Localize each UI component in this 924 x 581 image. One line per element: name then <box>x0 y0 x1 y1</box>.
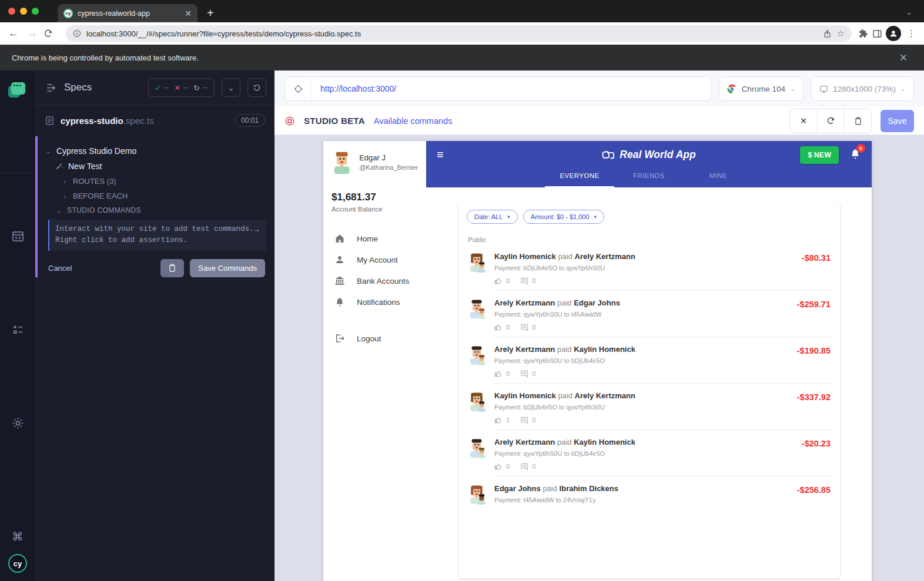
sidebar-item-notifications[interactable]: Notifications <box>332 291 418 313</box>
receiver-name[interactable]: Ibrahim Dickens <box>560 484 618 493</box>
like-icon[interactable] <box>494 277 503 285</box>
sidebar-item-my-account[interactable]: My Account <box>332 249 418 270</box>
extensions-puzzle-icon[interactable] <box>859 29 869 39</box>
copy-studio-button[interactable] <box>844 109 871 133</box>
transaction-row[interactable]: Edgar Johns paid Ibrahim Dickens Payment… <box>467 476 832 512</box>
side-panel-icon[interactable] <box>872 29 882 39</box>
transaction-row[interactable]: Arely Kertzmann paid Kaylin Homenick Pay… <box>467 430 832 476</box>
home-icon <box>334 233 345 244</box>
like-icon[interactable] <box>494 370 503 378</box>
transaction-row[interactable]: Kaylin Homenick paid Arely Kertzmann Pay… <box>467 384 832 430</box>
cypress-logo-icon[interactable] <box>10 82 25 98</box>
browser-selector[interactable]: Chrome 104 ⌄ <box>719 76 804 101</box>
reload-button[interactable] <box>43 29 59 38</box>
account-balance: $1,681.37 <box>332 192 418 203</box>
like-icon[interactable] <box>494 462 503 471</box>
restart-studio-button[interactable] <box>817 109 844 133</box>
browser-tabstrip: cy cypress-realworld-app ✕ + ⌄ <box>0 0 924 22</box>
transaction-row[interactable]: Kaylin Homenick paid Arely Kertzmann Pay… <box>467 244 832 291</box>
comment-icon[interactable] <box>520 277 528 285</box>
transaction-row[interactable]: Arely Kertzmann paid Edgar Johns Payment… <box>467 291 832 337</box>
collapse-all-button[interactable]: ⌄ <box>222 78 240 97</box>
transaction-row[interactable]: Arely Kertzmann paid Kaylin Homenick Pay… <box>467 337 832 384</box>
notifications-button[interactable]: 8 <box>849 148 861 162</box>
date-filter-chip[interactable]: Date: ALL ▾ <box>467 210 518 224</box>
spec-file-row[interactable]: cypress-studio.spec.ts 00:01 <box>35 105 274 136</box>
receiver-name[interactable]: Kaylin Homenick <box>574 438 635 446</box>
cypress-cy-badge[interactable]: cy <box>8 554 27 573</box>
banner-close-icon[interactable]: ✕ <box>899 52 908 64</box>
selector-playground-button[interactable] <box>285 77 312 100</box>
receiver-name[interactable]: Kaylin Homenick <box>574 345 635 354</box>
studio-save-button[interactable]: Save <box>881 110 914 132</box>
receiver-name[interactable]: Arely Kertzmann <box>575 391 635 400</box>
amount-filter-chip[interactable]: Amount: $0 - $1,000 ▾ <box>523 210 604 224</box>
tab-close-icon[interactable]: ✕ <box>185 9 192 18</box>
sidebar-item-home[interactable]: Home <box>332 228 418 249</box>
cypress-favicon-icon: cy <box>63 9 73 18</box>
save-commands-button[interactable]: Save Commands <box>190 259 265 277</box>
available-commands-link[interactable]: Available commands <box>374 116 453 126</box>
sender-name[interactable]: Arely Kertzmann <box>494 298 555 307</box>
hamburger-menu-icon[interactable]: ≡ <box>437 148 444 162</box>
tab-friends[interactable]: FRIENDS <box>614 169 684 187</box>
close-studio-button[interactable]: ✕ <box>790 109 817 133</box>
studio-controls: ✕ <box>789 109 872 133</box>
browser-tab[interactable]: cy cypress-realworld-app ✕ <box>58 4 197 22</box>
sender-name[interactable]: Arely Kertzmann <box>494 438 555 446</box>
sender-name[interactable]: Kaylin Homenick <box>494 252 556 261</box>
browser-menu-icon[interactable]: ⋮ <box>907 28 916 39</box>
receiver-name[interactable]: Arely Kertzmann <box>575 252 635 261</box>
sender-name[interactable]: Kaylin Homenick <box>494 391 556 400</box>
viewport-selector[interactable]: 1280x1000 (73%) ⌄ <box>811 76 914 101</box>
studio-commands-row[interactable]: ⌄ STUDIO COMMANDS <box>45 203 267 217</box>
tab-everyone[interactable]: EVERYONE <box>545 169 614 187</box>
txn-meta: 0 0 <box>494 462 802 471</box>
sender-name[interactable]: Arely Kertzmann <box>494 345 555 354</box>
transaction-amount: -$20.23 <box>802 439 831 471</box>
avatar-secondary <box>477 308 487 319</box>
collapse-reporter-icon[interactable] <box>46 82 57 93</box>
keyboard-shortcuts-icon[interactable]: ⌘ <box>12 530 24 543</box>
window-minimize-button[interactable] <box>20 8 27 15</box>
cypress-runner: http://localhost:3000/ Chrome 104 ⌄ 1280… <box>274 70 924 581</box>
omnibox[interactable]: localhost:3000/__/#/specs/runner?file=cy… <box>66 25 852 42</box>
window-close-button[interactable] <box>8 8 15 15</box>
sidebar-item-bank-accounts[interactable]: Bank Accounts <box>332 270 418 291</box>
clipboard-icon <box>168 264 176 272</box>
back-button[interactable]: ← <box>6 28 21 39</box>
rwa-logo-icon <box>602 150 615 160</box>
sidebar-item-logout[interactable]: Logout <box>332 328 418 349</box>
txn-meta: 0 0 <box>494 323 797 331</box>
comment-icon[interactable] <box>520 370 528 378</box>
suite-row[interactable]: ⌄ Cypress Studio Demo <box>45 143 267 159</box>
sender-name[interactable]: Edgar Johns <box>494 484 541 493</box>
receiver-name[interactable]: Edgar Johns <box>574 298 620 307</box>
runner-toolbar: http://localhost:3000/ Chrome 104 ⌄ 1280… <box>274 70 924 107</box>
action-text: paid <box>557 438 574 446</box>
test-row[interactable]: New Test <box>45 159 267 174</box>
like-icon[interactable] <box>494 416 503 424</box>
comment-icon[interactable] <box>520 416 528 424</box>
comment-icon[interactable] <box>520 462 528 471</box>
like-icon[interactable] <box>494 323 503 331</box>
rerun-tests-button[interactable] <box>247 78 266 97</box>
tab-search-icon[interactable]: ⌄ <box>906 8 912 16</box>
specs-browser-icon[interactable] <box>11 230 25 246</box>
before-each-row[interactable]: › BEFORE EACH <box>45 189 267 203</box>
new-tab-button[interactable]: + <box>207 7 214 19</box>
bookmark-star-icon[interactable]: ☆ <box>837 28 845 39</box>
cancel-button[interactable]: Cancel <box>48 264 72 273</box>
new-transaction-button[interactable]: $ NEW <box>800 146 839 164</box>
copy-commands-button[interactable] <box>160 259 184 277</box>
forward-button[interactable]: → <box>25 28 40 39</box>
share-icon[interactable] <box>823 29 832 38</box>
settings-gear-icon[interactable] <box>11 417 25 432</box>
aut-url-input[interactable]: http://localhost:3000/ <box>312 84 711 93</box>
window-zoom-button[interactable] <box>32 8 39 15</box>
routes-row[interactable]: › ROUTES (3) <box>45 174 267 189</box>
profile-avatar[interactable] <box>886 26 901 41</box>
runs-checklist-icon[interactable] <box>11 323 25 339</box>
tab-mine[interactable]: MINE <box>684 169 753 187</box>
comment-icon[interactable] <box>520 323 528 331</box>
